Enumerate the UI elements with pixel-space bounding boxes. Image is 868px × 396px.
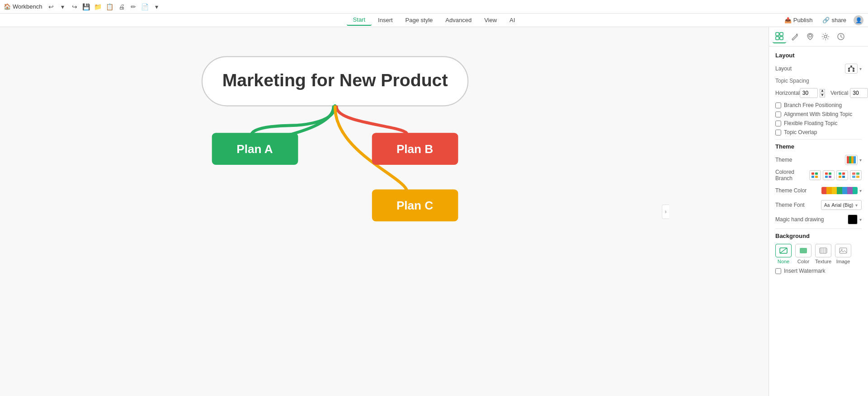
panel-content: Layout Layout [769, 47, 868, 282]
main-area: Marketing for New Product Plan A Plan B … [0, 27, 868, 396]
publish-button[interactable]: 📤 Publish [782, 16, 816, 24]
section-title-theme: Theme [775, 143, 862, 150]
theme-font-row: Theme Font Aa Arial (Big) ▾ [775, 200, 862, 210]
theme-dropdown[interactable]: ▾ [859, 158, 862, 163]
svg-point-12 [797, 34, 798, 35]
publish-icon: 📤 [784, 17, 792, 23]
user-avatar[interactable]: 👤 [854, 15, 863, 25]
bg-option-none[interactable]: None [775, 244, 792, 264]
more-button[interactable]: ▾ [152, 2, 162, 12]
bg-texture-label: Texture [815, 259, 831, 264]
branch-option-3[interactable] [836, 170, 848, 180]
horizontal-up[interactable]: ▲ [820, 89, 825, 93]
svg-text:Plan B: Plan B [396, 142, 433, 156]
share-button[interactable]: 🔗 share [820, 16, 849, 24]
magic-color-box[interactable] [848, 214, 858, 224]
branch-option-2[interactable] [823, 170, 835, 180]
svg-rect-41 [852, 172, 855, 175]
undo-dropdown[interactable]: ▾ [58, 2, 68, 12]
svg-text:Marketing for New Product: Marketing for New Product [222, 70, 448, 90]
vertical-input[interactable] [850, 88, 868, 98]
svg-rect-49 [840, 248, 847, 253]
svg-rect-16 [850, 65, 852, 67]
bg-color-label: Color [797, 259, 809, 264]
theme-font-select[interactable]: Aa Arial (Big) ▾ [821, 200, 862, 210]
branch-option-1[interactable] [809, 170, 821, 180]
menu-insert[interactable]: Insert [372, 15, 399, 25]
svg-rect-43 [852, 176, 855, 178]
theme-font-label: Theme Font [775, 202, 821, 208]
svg-rect-44 [856, 176, 859, 178]
svg-rect-33 [825, 172, 828, 175]
overlap-checkbox[interactable] [775, 130, 781, 135]
menu-view[interactable]: View [478, 15, 503, 25]
bg-image-icon [835, 244, 851, 257]
svg-rect-31 [811, 176, 814, 178]
redo-button[interactable]: ↪ [70, 2, 80, 12]
theme-color-label: Theme Color [775, 187, 821, 194]
magic-drawing-value: ▾ [848, 214, 862, 224]
horizontal-spinner: ▲ ▼ [820, 89, 825, 98]
theme-color-value: ▾ [821, 187, 862, 194]
print-button[interactable]: 🖨 [117, 2, 127, 12]
undo-button[interactable]: ↩ [46, 2, 56, 12]
menu-advanced[interactable]: Advanced [439, 15, 478, 25]
layout-dropdown[interactable]: ▾ [859, 66, 862, 71]
alignment-checkbox[interactable] [775, 112, 781, 117]
right-panel: Layout Layout [769, 27, 868, 396]
tab-clock[interactable] [834, 30, 848, 43]
tab-location[interactable] [803, 30, 817, 43]
svg-rect-17 [848, 68, 850, 70]
bg-image-label: Image [836, 259, 850, 264]
tab-settings[interactable] [819, 30, 832, 43]
alignment-label: Alignment With Sibling Topic [784, 111, 852, 117]
bg-option-texture[interactable]: Texture [815, 244, 831, 264]
colored-branch-row: Colored Branch [775, 169, 862, 182]
bg-color-icon [795, 244, 811, 257]
save-button[interactable]: 💾 [81, 2, 91, 12]
menu-ai[interactable]: AI [503, 15, 521, 25]
theme-label: Theme [775, 157, 845, 163]
flexible-checkbox[interactable] [775, 121, 781, 126]
theme-swatch-button[interactable] [845, 155, 858, 165]
magic-dropdown[interactable]: ▾ [859, 217, 862, 222]
branch-free-checkbox[interactable] [775, 102, 781, 108]
divider-1 [775, 139, 862, 140]
bg-none-label: None [778, 259, 789, 264]
menubar: Start Insert Page style Advanced View AI… [0, 14, 868, 27]
bg-option-color[interactable]: Color [795, 244, 811, 264]
tab-layout[interactable] [773, 30, 786, 43]
branch-option-4[interactable] [850, 170, 862, 180]
svg-rect-34 [829, 172, 831, 175]
bg-option-image[interactable]: Image [835, 244, 851, 264]
svg-line-45 [780, 248, 787, 253]
menu-start[interactable]: Start [347, 14, 372, 26]
svg-point-50 [841, 249, 843, 251]
theme-color-strip[interactable] [821, 187, 858, 194]
copy-button[interactable]: 📋 [105, 2, 115, 12]
svg-rect-29 [811, 172, 814, 175]
theme-value: ▾ [845, 155, 862, 165]
panel-toggle-button[interactable]: › [662, 205, 669, 219]
canvas-area[interactable]: Marketing for New Product Plan A Plan B … [0, 27, 769, 396]
theme-font-value: Aa Arial (Big) ▾ [821, 200, 862, 210]
svg-point-13 [809, 34, 811, 37]
open-button[interactable]: 📁 [93, 2, 103, 12]
layout-icon-button[interactable] [845, 64, 858, 74]
svg-text:Plan C: Plan C [396, 199, 433, 212]
svg-rect-36 [829, 176, 831, 178]
layout-prop-row: Layout [775, 63, 862, 74]
magic-drawing-label: Magic hand drawing [775, 216, 848, 223]
export-button[interactable]: 📄 [140, 2, 150, 12]
horizontal-input[interactable] [800, 88, 818, 98]
horizontal-down[interactable]: ▼ [820, 93, 825, 98]
watermark-checkbox[interactable] [775, 268, 781, 274]
svg-text:Plan A: Plan A [236, 142, 273, 156]
edit-button[interactable]: ✏ [128, 2, 138, 12]
divider-2 [775, 228, 862, 229]
menu-page-style[interactable]: Page style [399, 15, 439, 25]
tab-magic[interactable] [788, 30, 802, 43]
theme-color-dropdown[interactable]: ▾ [859, 188, 862, 193]
panel-tabs [769, 27, 868, 47]
theme-color-row: Theme Color ▾ [775, 185, 862, 196]
